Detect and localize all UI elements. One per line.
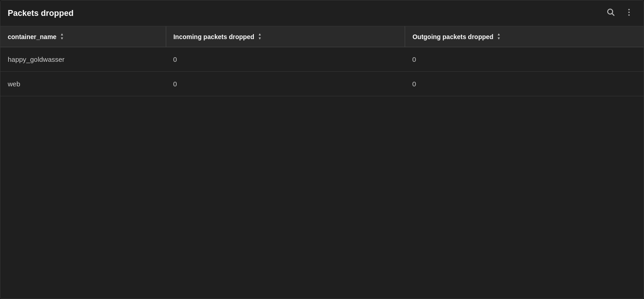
- more-options-button[interactable]: [622, 6, 636, 20]
- col-header-incoming[interactable]: Incoming packets dropped: [166, 26, 405, 47]
- svg-line-1: [612, 13, 614, 15]
- packets-dropped-panel: Packets dropped: [0, 0, 644, 299]
- more-icon: [625, 8, 633, 19]
- cell-container-name: happy_goldwasser: [0, 47, 166, 72]
- table-header-row: container_name Incoming packets dropped …: [0, 26, 644, 47]
- panel-header: Packets dropped: [0, 0, 644, 26]
- sort-icon-outgoing: [497, 33, 500, 40]
- table-container: container_name Incoming packets dropped …: [0, 26, 644, 299]
- table-row: happy_goldwasser00: [0, 47, 644, 72]
- panel-title: Packets dropped: [8, 9, 74, 18]
- cell-incoming: 0: [166, 72, 405, 96]
- search-button[interactable]: [604, 6, 618, 20]
- cell-outgoing: 0: [405, 72, 644, 96]
- search-icon: [607, 8, 615, 19]
- svg-point-3: [629, 11, 630, 13]
- sort-icon-incoming: [258, 33, 262, 40]
- packets-table: container_name Incoming packets dropped …: [0, 26, 644, 96]
- col-header-outgoing[interactable]: Outgoing packets dropped: [405, 26, 644, 47]
- cell-container-name: web: [0, 72, 166, 96]
- cell-outgoing: 0: [405, 47, 644, 72]
- sort-icon-container-name: [60, 33, 64, 40]
- cell-incoming: 0: [166, 47, 405, 72]
- col-header-container-name[interactable]: container_name: [0, 26, 166, 47]
- svg-point-2: [629, 9, 630, 10]
- table-row: web00: [0, 72, 644, 96]
- svg-point-4: [629, 14, 630, 15]
- panel-actions: [604, 6, 636, 20]
